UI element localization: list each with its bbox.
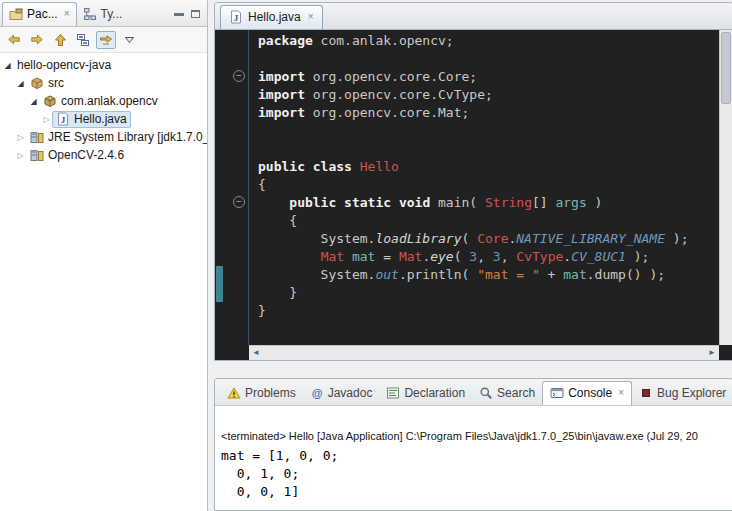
package-explorer-panel: Pac...×Ty... ◢hello-opencv-java◢src◢com.… [0, 0, 208, 511]
tree-item-label: hello-opencv-java [17, 58, 111, 72]
forward-button[interactable] [27, 31, 47, 49]
tab-declaration[interactable]: Declaration [379, 382, 472, 405]
console-header: <terminated> Hello [Java Application] C:… [215, 430, 732, 442]
project-tree: ◢hello-opencv-java◢src◢com.anlak.opencv▷… [0, 53, 207, 164]
tab-label: Pac... [27, 7, 58, 21]
horizontal-scrollbar[interactable]: ◄ ► [249, 345, 719, 360]
code-line[interactable]: } [258, 302, 719, 320]
link-with-editor-button[interactable] [96, 31, 116, 49]
code-line[interactable] [258, 50, 719, 68]
tab-package-explorer[interactable]: Pac...× [2, 2, 77, 26]
tree-item-src[interactable]: ◢src [0, 74, 207, 92]
tree-item-opencv-2-4-6[interactable]: ▷OpenCV-2.4.6 [0, 146, 207, 164]
range-indicator [216, 266, 223, 302]
code-token: CvType [516, 249, 563, 264]
code-line[interactable]: import org.opencv.core.Core; [258, 68, 719, 86]
code-token: public [289, 195, 336, 210]
fold-collapse-icon[interactable]: − [233, 70, 245, 82]
code-line[interactable]: System.out.println( "mat = " + mat.dump(… [258, 266, 719, 284]
collapse-arrow-icon[interactable]: ◢ [28, 97, 39, 106]
tree-item-hello-opencv-java[interactable]: ◢hello-opencv-java [0, 56, 207, 74]
code-line[interactable]: import org.opencv.core.CvType; [258, 86, 719, 104]
annotation-ruler[interactable] [215, 30, 224, 345]
code-token: , [501, 249, 517, 264]
fold-collapse-icon[interactable]: − [233, 196, 245, 208]
code-token: .println( [399, 267, 477, 282]
view-menu-button[interactable] [119, 31, 139, 49]
code-token: import [258, 69, 305, 84]
eclipse-window: Pac...×Ty... ◢hello-opencv-java◢src◢com.… [0, 0, 732, 511]
code-token: import [258, 87, 305, 102]
code-token: "mat = " [477, 267, 540, 282]
console-panel: Problems@JavadocDeclarationSearchConsole… [214, 378, 732, 511]
tab-label: Console [568, 386, 612, 400]
code-line[interactable]: } [258, 284, 719, 302]
code-token: { [258, 177, 266, 192]
tab-search[interactable]: Search [472, 382, 542, 405]
tree-item-com-anlak-opencv[interactable]: ◢com.anlak.opencv [0, 92, 207, 110]
editor-gutter[interactable]: −− [224, 30, 249, 345]
code-token: [] [532, 195, 555, 210]
scroll-left-arrow-icon[interactable]: ◄ [252, 349, 260, 357]
close-tab-icon[interactable]: × [308, 12, 314, 22]
code-line[interactable]: import org.opencv.core.Mat; [258, 104, 719, 122]
collapse-arrow-icon[interactable]: ◢ [15, 79, 26, 88]
tab-bug-explorer[interactable]: Bug Explorer [632, 382, 732, 405]
collapse-arrow-icon[interactable]: ◢ [2, 61, 13, 70]
package-explorer-icon [9, 7, 23, 21]
code-token: 3 [469, 249, 477, 264]
tab-type-hierarchy[interactable]: Ty... [77, 3, 129, 26]
editor-panel: J Hello.java × −− package com.anlak.open… [214, 2, 732, 361]
package-icon [43, 94, 57, 108]
vertical-scrollbar[interactable] [719, 30, 732, 345]
expand-arrow-icon[interactable]: ▷ [15, 151, 26, 160]
code-line[interactable]: Mat mat = Mat.eye( 3, 3, CvType.CV_8UC1 … [258, 248, 719, 266]
minimize-panel-button[interactable] [174, 13, 184, 16]
collapse-all-button[interactable] [73, 31, 93, 49]
code-token: static [344, 195, 391, 210]
editor-tab-hello-java[interactable]: J Hello.java × [220, 5, 323, 29]
tree-item-content: OpenCV-2.4.6 [26, 147, 128, 164]
expand-arrow-icon[interactable]: ▷ [41, 115, 52, 124]
scrollbar-thumb[interactable] [721, 32, 731, 104]
code-line[interactable]: package com.anlak.opencv; [258, 32, 719, 50]
up-button[interactable] [50, 31, 70, 49]
code-area[interactable]: package com.anlak.opencv; import org.ope… [250, 30, 719, 345]
back-button[interactable] [4, 31, 24, 49]
tab-problems[interactable]: Problems [220, 382, 303, 405]
tab-label: Problems [245, 386, 296, 400]
code-token: .dump() ); [587, 267, 665, 282]
tree-item-label: src [48, 76, 64, 90]
maximize-panel-button[interactable] [191, 10, 200, 18]
expand-arrow-icon[interactable]: ▷ [15, 133, 26, 142]
code-line[interactable] [258, 122, 719, 140]
view-menu-icon [122, 33, 136, 47]
library-icon [30, 148, 44, 162]
tree-item-hello-java[interactable]: ▷JHello.java [0, 110, 207, 128]
svg-text:J: J [61, 115, 66, 125]
close-icon[interactable]: × [618, 388, 624, 398]
code-line[interactable]: System.loadLibrary( Core.NATIVE_LIBRARY_… [258, 230, 719, 248]
code-token: class [313, 159, 352, 174]
sidebar-tabbar: Pac...×Ty... [0, 0, 207, 27]
scroll-right-arrow-icon[interactable]: ► [708, 349, 716, 357]
tab-label: Ty... [101, 7, 123, 21]
code-line[interactable]: { [258, 176, 719, 194]
console-output[interactable]: mat = [1, 0, 0; 0, 1, 0; 0, 0, 1] [215, 442, 732, 501]
tree-item-jre-system-library-jdk1-7-0-25[interactable]: ▷JRE System Library [jdk1.7.0_25] [0, 128, 207, 146]
code-token: Mat [321, 249, 344, 264]
code-line[interactable] [258, 140, 719, 158]
tab-console[interactable]: Console× [542, 381, 632, 405]
code-token: ( [454, 249, 470, 264]
code-token: mat [352, 249, 375, 264]
code-token: void [399, 195, 430, 210]
console-line: 0, 1, 0; [221, 465, 732, 483]
tab-javadoc[interactable]: @Javadoc [303, 382, 380, 405]
tree-item-content: com.anlak.opencv [39, 93, 162, 110]
code-token: public [258, 159, 305, 174]
code-line[interactable]: public static void main( String[] args ) [258, 194, 719, 212]
close-icon[interactable]: × [64, 9, 70, 19]
code-line[interactable]: public class Hello [258, 158, 719, 176]
code-token: Hello [360, 159, 399, 174]
code-line[interactable]: { [258, 212, 719, 230]
